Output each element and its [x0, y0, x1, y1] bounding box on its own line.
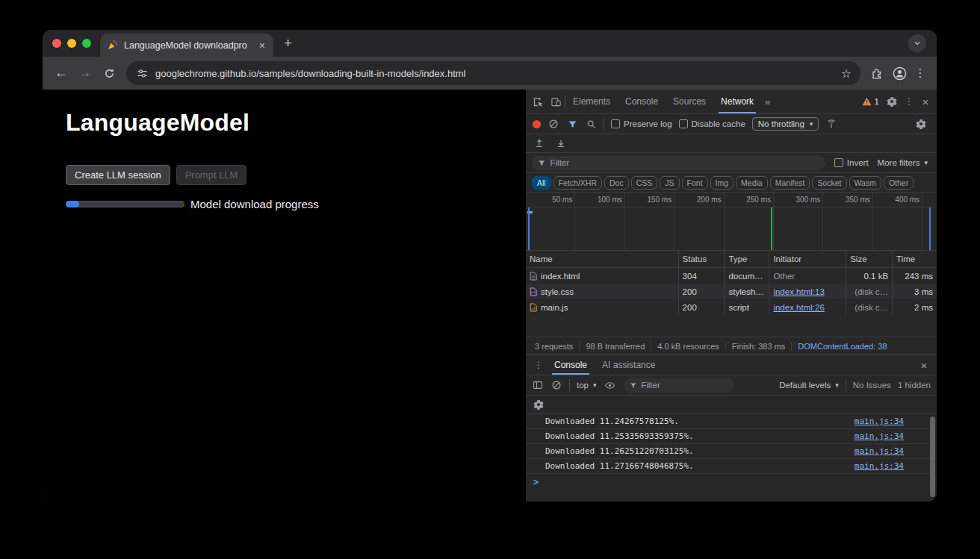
header-type[interactable]: Type	[725, 251, 769, 267]
network-request-row[interactable]: index.html 304 docum… Other 0.1 kB 243 m…	[526, 268, 937, 284]
console-toolbar: top ▾ Default levels ▾	[526, 375, 937, 396]
network-filter-input[interactable]	[551, 158, 819, 167]
console-source-link[interactable]: main.js:34	[855, 431, 904, 441]
tab-close-icon[interactable]: ×	[258, 40, 267, 51]
drawer-close-icon[interactable]: ×	[916, 356, 932, 374]
chip-media[interactable]: Media	[736, 176, 768, 190]
har-actions-row	[526, 134, 937, 153]
browser-tab[interactable]: LanguageModel downloadpro ×	[100, 34, 273, 57]
inspect-element-icon[interactable]	[529, 93, 547, 110]
chevron-down-icon: ▾	[835, 381, 839, 389]
chip-other[interactable]: Other	[884, 176, 914, 190]
issues-status[interactable]: No Issues	[853, 381, 891, 390]
header-status[interactable]: Status	[679, 251, 725, 267]
new-tab-button[interactable]: +	[273, 30, 303, 57]
console-sidebar-icon[interactable]	[532, 376, 544, 394]
devtools-settings-gear-icon[interactable]	[883, 93, 901, 110]
drawer-menu-icon[interactable]: ⋮	[530, 356, 547, 374]
address-bar[interactable]: googlechrome.github.io/samples/downloadi…	[126, 61, 860, 85]
more-panels-icon[interactable]: »	[761, 90, 774, 113]
chip-doc[interactable]: Doc	[604, 176, 629, 190]
domcontentloaded-time: DOMContentLoaded: 38	[791, 342, 893, 351]
network-conditions-icon[interactable]	[825, 115, 837, 133]
site-settings-icon[interactable]	[135, 66, 149, 80]
transferred-size: 98 B transferred	[579, 342, 651, 351]
chip-manifest[interactable]: Manifest	[770, 176, 810, 190]
browser-menu-icon[interactable]: ⋮	[911, 66, 929, 80]
more-filters-button[interactable]: More filters ▾	[878, 158, 931, 167]
console-filter-input[interactable]	[641, 381, 728, 390]
filter-funnel-icon[interactable]	[566, 115, 578, 133]
tab-network[interactable]: Network	[713, 90, 761, 113]
scrollbar-thumb[interactable]	[930, 416, 935, 497]
minimize-window-button[interactable]	[67, 39, 76, 48]
preserve-log-checkbox[interactable]: Preserve log	[611, 119, 672, 128]
search-icon[interactable]	[585, 115, 597, 133]
header-initiator[interactable]: Initiator	[769, 251, 846, 267]
context-selector[interactable]: top ▾	[577, 381, 597, 390]
prompt-llm-button[interactable]: Prompt LLM	[176, 165, 247, 185]
export-har-icon[interactable]	[555, 134, 567, 152]
create-llm-session-button[interactable]: Create LLM session	[66, 165, 170, 185]
status-cell: 200	[679, 284, 725, 299]
chip-wasm[interactable]: Wasm	[849, 176, 881, 190]
clear-network-log-icon[interactable]	[548, 115, 559, 133]
console-filter-box[interactable]	[624, 378, 734, 393]
forward-button[interactable]: →	[74, 62, 96, 84]
filter-funnel-icon	[538, 159, 546, 167]
type-cell: docum…	[725, 268, 769, 284]
network-overview-timeline[interactable]: 50 ms 100 ms 150 ms 200 ms 250 ms 300 ms…	[526, 193, 937, 251]
log-levels-select[interactable]: Default levels ▾	[779, 381, 839, 390]
initiator-link[interactable]: index.html:13	[773, 287, 824, 296]
header-time[interactable]: Time	[893, 251, 937, 267]
tab-sources[interactable]: Sources	[666, 90, 713, 113]
console-source-link[interactable]: main.js:34	[855, 446, 904, 456]
zoom-window-button[interactable]	[82, 39, 91, 48]
tab-search-button[interactable]	[908, 34, 926, 52]
chip-font[interactable]: Font	[682, 176, 708, 190]
initiator-cell: Other	[769, 268, 846, 284]
network-request-row[interactable]: main.js 200 script index.html:26 (disk c…	[526, 299, 937, 315]
clear-console-icon[interactable]	[551, 376, 562, 394]
profile-avatar[interactable]	[889, 63, 910, 84]
status-cell: 200	[679, 299, 725, 315]
tab-console-drawer[interactable]: Console	[547, 355, 595, 375]
network-settings-gear-icon[interactable]	[912, 115, 930, 133]
chip-img[interactable]: Img	[710, 176, 734, 190]
device-toolbar-icon[interactable]	[547, 93, 565, 110]
console-source-link[interactable]: main.js:34	[855, 461, 904, 471]
live-expression-eye-icon[interactable]	[604, 376, 617, 394]
header-size[interactable]: Size	[846, 251, 893, 267]
invert-filter-checkbox[interactable]: Invert	[834, 158, 869, 167]
chip-css[interactable]: CSS	[631, 176, 658, 190]
record-network-log-button[interactable]	[533, 120, 541, 128]
throttling-select[interactable]: No throttling ▾	[752, 117, 819, 131]
import-har-icon[interactable]	[533, 134, 545, 152]
chip-socket[interactable]: Socket	[812, 176, 846, 190]
disable-cache-checkbox[interactable]: Disable cache	[679, 119, 745, 128]
timeline-tick: 350 ms	[823, 193, 872, 250]
hidden-messages-count[interactable]: 1 hidden	[898, 381, 931, 390]
console-prompt[interactable]: >	[526, 474, 937, 490]
bookmark-star-icon[interactable]: ☆	[838, 66, 855, 81]
devtools-close-icon[interactable]: ×	[917, 93, 934, 110]
console-settings-gear-icon[interactable]	[533, 396, 545, 413]
chip-all[interactable]: All	[532, 176, 551, 190]
tab-ai-assistance[interactable]: AI assistance	[595, 355, 663, 375]
console-source-link[interactable]: main.js:34	[855, 416, 904, 426]
extensions-icon[interactable]	[866, 63, 887, 84]
progress-label: Model download progress	[190, 198, 319, 210]
network-filter-box[interactable]	[532, 156, 825, 170]
network-request-row[interactable]: style.css 200 stylesh… index.html:13 (di…	[526, 284, 937, 299]
reload-button[interactable]	[98, 62, 120, 84]
initiator-link[interactable]: index.html:26	[773, 303, 824, 312]
issues-badge[interactable]: 1	[858, 90, 883, 113]
devtools-menu-icon[interactable]: ⋮	[901, 93, 917, 110]
tab-console-panel[interactable]: Console	[618, 90, 666, 113]
header-name[interactable]: Name	[526, 251, 679, 267]
close-window-button[interactable]	[52, 39, 61, 48]
chip-js[interactable]: JS	[660, 176, 679, 190]
chip-fetch-xhr[interactable]: Fetch/XHR	[553, 176, 602, 190]
back-button[interactable]: ←	[50, 62, 72, 84]
tab-elements[interactable]: Elements	[565, 90, 618, 113]
